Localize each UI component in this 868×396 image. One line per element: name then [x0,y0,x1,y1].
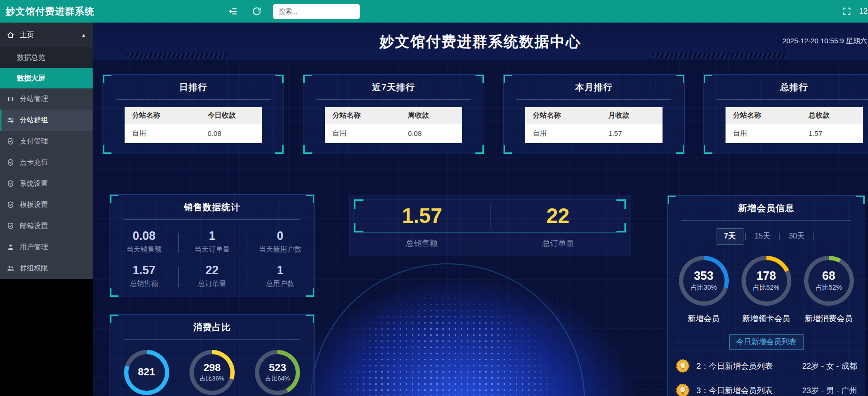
member-entry-meta: 23岁 - 男 - 广州 [802,385,857,396]
card-title: 新增会员信息 [668,196,865,214]
member-entry-text: 3：今日新增会员列表 [696,385,773,396]
title-underline [316,99,471,100]
sidebar-item-system-settings[interactable]: 系统设置 [0,173,93,194]
donut-new-members: 353 占比30% 新增会员 [674,256,734,324]
cell-amount: 0.08 [200,124,262,143]
member-entry-meta: 22岁 - 女 - 成都 [802,361,857,372]
tab-separator [813,233,814,240]
stat-total-users: 1 总用户数 [246,263,314,288]
member-entry-text: 2：今日新增会员列表 [696,361,773,372]
sidebar-item-user-mgmt[interactable]: 用户管理 [0,237,93,258]
sidebar-item-payment-mgmt[interactable]: 支付管理 [0,131,93,152]
title-underline [124,219,300,220]
stat-today-new-users: 0 当天新用户数 [246,229,314,254]
sidebar-item-label: 群组权限 [20,264,48,273]
donut-ring: 821 [124,350,169,395]
cell-site-name: 自用 [726,124,801,143]
col-header: 总收款 [801,107,863,124]
sidebar-item-label: 系统设置 [20,179,48,188]
card-title: 总排行 [704,75,868,94]
sidebar-item-mail-settings[interactable]: 邮箱设置 [0,215,93,237]
screen-datetime: 2025-12-20 10:55:9 星期六 [782,37,867,46]
sidebar-item-data-screen[interactable]: 数据大屏 [0,68,93,88]
col-header: 分站名称 [726,107,801,124]
tab-15days[interactable]: 15天 [748,229,778,244]
title-underline [124,339,300,340]
sidebar-item-label: 支付管理 [20,137,48,146]
sidebar-item-data-overview[interactable]: 数据总览 [0,47,93,68]
menu-fold-icon[interactable] [228,6,238,16]
member-donuts-row: 353 占比30% 新增会员 178 占比52% 新增领卡会员 [668,256,865,324]
card-month-ranking: 本月排行 分站名称 月收款 自用 1.57 [503,74,685,154]
col-header: 分站名称 [325,107,401,124]
col-header: 分站名称 [525,107,601,124]
ranking-table: 分站名称 总收款 自用 1.57 [726,107,863,143]
ranking-table: 分站名称 月收款 自用 1.57 [525,107,663,143]
topbar-right: 123 [842,7,868,16]
sidebar-item-substation-groups[interactable]: 分站群组 [0,110,93,131]
cell-site-name: 自用 [125,124,200,143]
card-title: 销售数据统计 [110,195,314,214]
period-tabs: 7天 15天 30天 [668,228,865,245]
divider-line [808,342,858,342]
table-row: 自用 1.57 [726,124,863,143]
caret-up-icon: ▲ [81,32,86,38]
title-underline [717,99,868,100]
users-icon [7,264,15,272]
list-item: 3：今日新增会员列表 23岁 - 男 - 广州 [671,378,862,396]
ranking-table: 分站名称 今日收款 自用 0.08 [125,107,262,143]
table-row: 自用 0.08 [125,124,262,143]
table-row: 自用 1.57 [525,124,663,143]
cell-amount: 0.08 [401,124,462,143]
screen-header: 妙文馆付费进群系统数据中心 2025-12-20 10:55:9 星期六 [93,23,868,59]
card-consume-ratio: 消费占比 821 298 占比36% [110,314,315,396]
fullscreen-icon[interactable] [842,7,852,16]
cell-amount: 1.57 [801,124,863,143]
tab-7days[interactable]: 7天 [717,228,743,245]
bulb-badge-icon [675,358,690,373]
consume-donuts-row: 821 298 占比36% [110,350,314,395]
sidebar-item-label: 分站群组 [20,116,48,125]
donut-ring: 178 占比52% [742,256,791,306]
home-icon [7,31,15,39]
card-new-members: 新增会员信息 7天 15天 30天 353 占比30% [667,195,865,396]
totals-panel: 1.57 22 总销售额 总订单量 [349,195,631,256]
col-header: 今日收款 [200,107,262,124]
sidebar-item-group-permissions[interactable]: 群组权限 [0,258,93,279]
consume-donut-3: 523 占比64% [248,350,307,395]
total-sales-value: 1.57 [354,199,490,232]
today-new-members-button[interactable]: 今日新增会员列表 [729,334,804,350]
card-7day-ranking: 近7天排行 分站名称 周收款 自用 0.08 [303,74,484,154]
username[interactable]: 123 [859,7,868,16]
sidebar-item-label: 用户管理 [20,243,48,252]
col-header: 分站名称 [125,107,200,124]
shield-check-icon [7,222,15,230]
tab-separator [745,233,746,240]
columns-icon [7,95,15,103]
cell-amount: 1.57 [601,124,663,143]
sidebar-item-label: 数据总览 [17,53,45,62]
card-daily-ranking: 日排行 分站名称 今日收款 自用 0.08 [103,74,284,154]
stat-today-orders: 1 当天订单量 [178,229,246,254]
sidebar-item-card-recharge[interactable]: 点卡充值 [0,152,93,173]
sidebar-item-template-settings[interactable]: 模板设置 [0,194,93,215]
sidebar-item-label: 分站管理 [20,95,48,103]
card-title: 本月排行 [504,75,684,94]
stat-total-sales: 1.57 总销售额 [110,263,178,288]
consume-donut-1: 821 [117,350,176,395]
sidebar-item-label: 主页 [20,31,34,40]
new-member-list: 2：今日新增会员列表 22岁 - 女 - 成都 3：今日新增会员列表 [671,354,862,396]
tab-30days[interactable]: 30天 [781,229,812,244]
bulb-badge-icon [675,383,690,396]
consume-donut-2: 298 占比36% [182,350,242,395]
sliders-icon [7,116,15,124]
sidebar-item-label: 数据大屏 [17,74,45,83]
shield-check-icon [7,201,15,209]
refresh-icon[interactable] [252,6,262,16]
sidebar: 主页 ▲ 数据总览 数据大屏 分站管理 分站 [0,23,93,396]
sidebar-item-home[interactable]: 主页 ▲ [0,23,93,47]
search-input[interactable] [273,4,360,19]
total-orders-label: 总订单量 [490,238,626,249]
sidebar-item-substation-mgmt[interactable]: 分站管理 [0,88,93,110]
shield-check-icon [7,180,15,188]
